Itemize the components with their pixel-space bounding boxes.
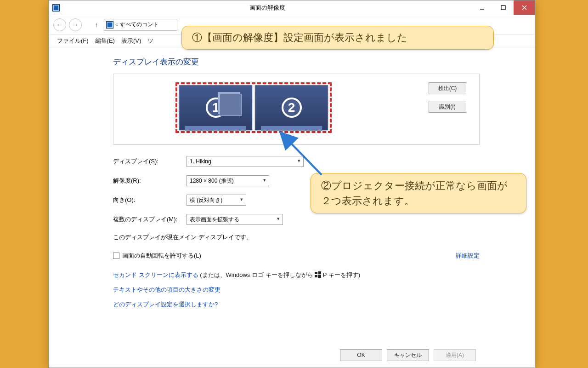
- resolution-select[interactable]: 588 × 368 (推奨): [187, 175, 269, 186]
- svg-rect-4: [315, 272, 317, 274]
- address-bar[interactable]: « すべてのコント: [104, 19, 177, 31]
- close-button[interactable]: [514, 0, 535, 15]
- checkbox-icon: [113, 253, 119, 259]
- apply-button[interactable]: 適用(A): [434, 349, 476, 361]
- display-preview-box: 1 2 検出(C) 識別(I): [113, 74, 480, 145]
- monitor-1-number: 1: [206, 98, 226, 118]
- second-screen-row: セカンド スクリーンに表示する (または、Windows ロゴ キーを押しながら…: [113, 271, 480, 279]
- text-size-link[interactable]: テキストやその他の項目の大きさの変更: [113, 286, 220, 293]
- second-screen-link[interactable]: セカンド スクリーンに表示する: [113, 271, 198, 278]
- window-title: 画面の解像度: [63, 4, 471, 12]
- ok-button[interactable]: OK: [340, 349, 382, 361]
- display-side-buttons: 検出(C) 識別(I): [429, 82, 466, 113]
- back-button[interactable]: ←: [53, 18, 66, 31]
- dialog-footer: OK キャンセル 適用(A): [340, 349, 476, 361]
- display-select[interactable]: 1. Hiking: [187, 156, 304, 167]
- monitor-1[interactable]: 1: [179, 85, 252, 130]
- menu-tools-partial[interactable]: ツ: [147, 37, 153, 45]
- svg-rect-5: [318, 271, 321, 274]
- highlighted-displays: 1 2: [175, 82, 332, 133]
- second-screen-suffix: (または、Windows ロゴ キーを押しながら: [200, 271, 315, 278]
- monitor-2-number: 2: [282, 98, 302, 118]
- advanced-settings-link[interactable]: 詳細設定: [456, 252, 480, 260]
- windows-logo-icon: [315, 271, 321, 278]
- orientation-select[interactable]: 横 (反対向き): [187, 195, 246, 206]
- auto-rotate-label: 画面の自動回転を許可する(L): [122, 252, 201, 260]
- menu-view[interactable]: 表示(V): [121, 37, 141, 45]
- auto-rotate-checkbox[interactable]: 画面の自動回転を許可する(L): [113, 252, 201, 260]
- menu-file[interactable]: ファイル(F): [57, 37, 89, 45]
- page-heading: ディスプレイ表示の変更: [113, 57, 480, 67]
- multi-display-label: 複数のディスプレイ(M):: [113, 215, 187, 224]
- window-controls: [471, 0, 535, 15]
- display-icon: [106, 21, 113, 29]
- svg-rect-1: [501, 6, 505, 10]
- breadcrumb-chevron: «: [115, 22, 118, 27]
- second-screen-suffix2: P キーを押す): [323, 271, 360, 278]
- minimize-button[interactable]: [471, 0, 492, 15]
- resolution-label: 解像度(R):: [113, 177, 187, 185]
- menu-edit[interactable]: 編集(E): [95, 37, 115, 45]
- identify-button[interactable]: 識別(I): [429, 101, 466, 113]
- cancel-button[interactable]: キャンセル: [387, 349, 429, 361]
- svg-rect-7: [318, 275, 321, 278]
- up-button[interactable]: ↑: [92, 21, 101, 29]
- breadcrumb-text: すべてのコント: [120, 21, 158, 29]
- app-icon: [52, 4, 60, 12]
- svg-rect-6: [315, 275, 317, 277]
- maximize-button[interactable]: [492, 0, 514, 15]
- titlebar: 画面の解像度: [49, 0, 535, 15]
- forward-button[interactable]: →: [69, 18, 82, 31]
- display-label: ディスプレイ(S):: [113, 157, 187, 166]
- detect-button[interactable]: 検出(C): [429, 82, 466, 94]
- monitor-2[interactable]: 2: [255, 85, 328, 130]
- callout-1: ①【画面の解像度】設定画面が表示されました: [181, 26, 494, 50]
- multi-display-select[interactable]: 表示画面を拡張する: [187, 214, 283, 225]
- main-display-note: このディスプレイが現在メイン ディスプレイです。: [113, 233, 480, 242]
- callout-2: ②プロジェクター接続が正常なら画面が２つ表示されます。: [311, 173, 526, 213]
- orientation-label: 向き(O):: [113, 196, 187, 204]
- which-settings-link[interactable]: どのディスプレイ設定を選択しますか?: [113, 301, 218, 308]
